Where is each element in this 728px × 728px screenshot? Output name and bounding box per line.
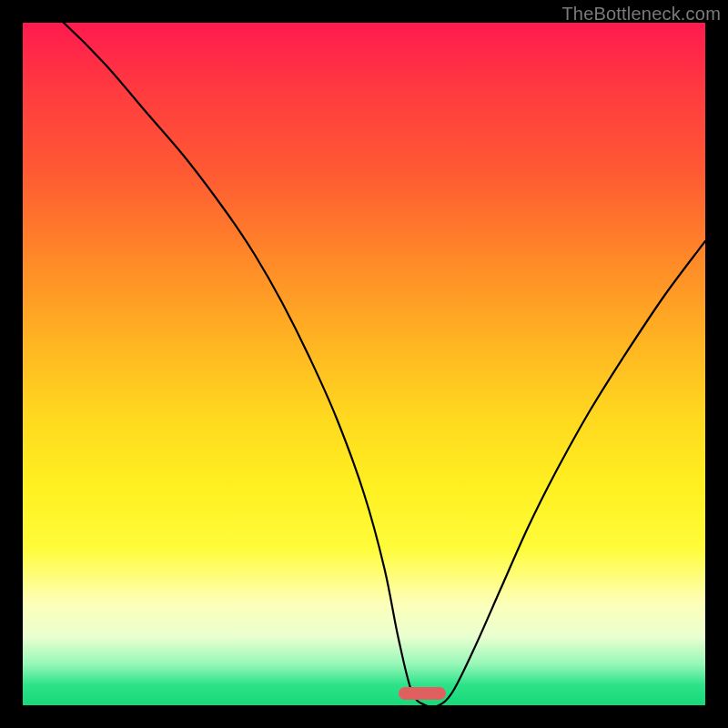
watermark-text: TheBottleneck.com bbox=[561, 4, 721, 25]
chart-frame: TheBottleneck.com bbox=[0, 0, 728, 728]
bottleneck-curve bbox=[23, 23, 705, 705]
optimal-range-marker bbox=[399, 687, 446, 700]
plot-area bbox=[23, 23, 705, 705]
